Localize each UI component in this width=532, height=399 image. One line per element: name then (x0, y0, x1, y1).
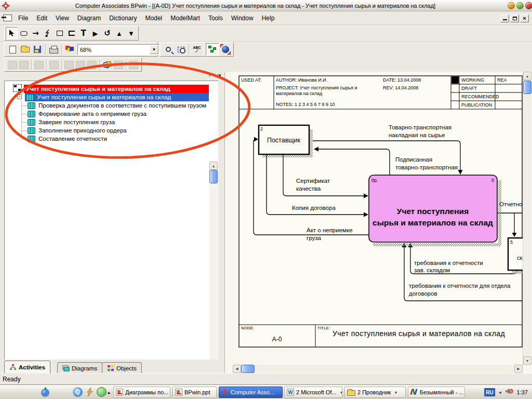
up-tool-icon[interactable]: ▲ (113, 27, 125, 39)
open-file-button[interactable] (19, 43, 31, 56)
scroll-up-icon[interactable]: ▲ (209, 162, 218, 170)
activity-box-tool-icon[interactable] (18, 27, 30, 39)
tab-objects[interactable]: Objects (102, 362, 142, 374)
zoom-dropdown-icon[interactable]: ▼ (150, 45, 158, 54)
kit-project-1: PROJECT: Учет поступления сырья и (276, 85, 357, 90)
down-tool-icon[interactable]: ▼ (125, 27, 137, 39)
activity-icon (26, 94, 34, 101)
scroll-left-icon[interactable]: ◀ (233, 365, 241, 373)
diagram-vertical-scrollbar[interactable]: ▲ ▼ (523, 72, 531, 365)
pane-close-icon[interactable]: × (218, 72, 221, 78)
overlay-green-button[interactable] (516, 2, 524, 9)
tree-item-5[interactable]: Составление отчетности (22, 135, 107, 143)
menu-help[interactable]: Help (258, 12, 279, 24)
tray-collapse-icon[interactable]: ◂ (499, 390, 501, 395)
label-podpis-2[interactable]: товарно-транспортная (395, 164, 458, 170)
scroll-down-icon[interactable]: ▼ (523, 356, 531, 365)
menu-model[interactable]: Model (141, 12, 167, 24)
tree-item-2[interactable]: Формирование акта о неприемке груза (22, 110, 147, 118)
scroll-thumb[interactable] (523, 81, 531, 94)
menu-edit[interactable]: Edit (32, 12, 51, 24)
label-sert-1[interactable]: Сертификат (296, 178, 330, 184)
box-tool-icon[interactable] (54, 27, 65, 39)
tab-diagrams[interactable]: Diagrams (57, 362, 102, 374)
label-tovarno-2[interactable]: накладная на сырье (389, 132, 445, 138)
scroll-up-icon[interactable]: ▲ (523, 72, 531, 80)
diagram-horizontal-scrollbar[interactable]: ◀ ▶ (233, 365, 523, 373)
new-file-button[interactable] (6, 43, 19, 56)
label-sert-2[interactable]: качества (296, 185, 321, 192)
print-button[interactable] (47, 43, 60, 56)
group-dropdown-icon[interactable]: ▼ (394, 391, 397, 394)
menu-diagram[interactable]: Diagram (73, 12, 105, 24)
label-otchet[interactable]: Отчетность (499, 201, 523, 207)
label-treb-dog-1[interactable]: требования к отчетности для отдела (409, 283, 511, 289)
label-tovarno-1[interactable]: Товарно-транспортная (389, 124, 451, 130)
apple-start-icon[interactable] (39, 387, 51, 398)
go-parent-tool-icon[interactable]: ↺ (101, 27, 113, 39)
minimize-button[interactable] (500, 15, 509, 22)
tree-expander-icon[interactable]: − (17, 95, 22, 99)
footer-node-label: NODE: (241, 326, 254, 330)
tree-scrollbar[interactable]: ▲ ▼ (209, 162, 218, 360)
messenger-icon[interactable] (97, 387, 107, 397)
label-treb-dog-2[interactable]: договоров (409, 290, 437, 297)
restore-button[interactable] (510, 15, 519, 22)
label-akt-2[interactable]: груза (307, 235, 321, 241)
child-window-icon[interactable] (3, 15, 12, 21)
task-button-paint[interactable]: Безымянный - ... (408, 387, 465, 398)
scroll-right-icon[interactable]: ▶ (514, 365, 523, 373)
tree-item-4[interactable]: Заполнение приходного ордера (22, 126, 127, 135)
sync-model-icon[interactable] (102, 61, 112, 69)
group-dropdown-icon[interactable]: ▼ (340, 391, 342, 394)
menu-window[interactable]: Window (227, 12, 258, 24)
label-podpis-1[interactable]: Подписанная (395, 156, 432, 163)
tree-selected-item[interactable]: Учет поступления сырья и материалов на с… (25, 93, 209, 101)
task-button-bpwin-ppt[interactable]: BPwin.ppt (172, 387, 217, 398)
model-explorer-toggle-button[interactable] (206, 43, 219, 56)
menu-dictionary[interactable]: Dictionary (105, 12, 141, 24)
squiggle-tool-icon[interactable] (42, 27, 54, 39)
external-reference-tool-icon[interactable] (65, 27, 77, 39)
scroll-thumb[interactable] (241, 365, 255, 373)
go-child-tool-icon[interactable]: ▶ (89, 27, 101, 39)
zoom-area-button[interactable] (175, 43, 187, 56)
label-kopiya[interactable]: Копия договора (292, 205, 336, 211)
lightning-quicklaunch-icon[interactable] (85, 387, 95, 397)
color-settings-button[interactable] (63, 43, 76, 56)
task-button-diagrams-ppt[interactable]: Диаграммы по... (113, 387, 170, 398)
quicklaunch-expand-icon[interactable]: ▸ (108, 390, 111, 395)
menu-file[interactable]: File (14, 12, 32, 24)
status-bar: Ready (0, 373, 532, 384)
task-button-word-group[interactable]: W 2 Microsoft Of... ▼ (284, 387, 342, 398)
zoom-in-button[interactable] (162, 43, 175, 56)
label-treb-zav-2[interactable]: зав. складом (414, 267, 450, 273)
pane-dropdown-icon[interactable]: ▼ (208, 73, 212, 78)
tree-root-item[interactable]: Учет поступления сырья и материалов на с… (24, 85, 209, 93)
tree-item-1[interactable]: Проверка документов в соответствие с пос… (22, 101, 206, 110)
menu-tools[interactable]: Tools (204, 12, 227, 24)
close-button[interactable]: × (520, 15, 529, 22)
arrow-tool-icon[interactable]: → (30, 27, 42, 39)
menu-view[interactable]: View (51, 12, 73, 24)
spell-check-button[interactable]: ABC✓ (191, 43, 203, 56)
quicktime-icon[interactable]: Q (73, 387, 83, 397)
tree-item-3[interactable]: Заверие поступления груза (22, 118, 115, 126)
tree-item-label: Проверка документов в соответствие с пос… (38, 102, 206, 109)
save-button[interactable] (31, 43, 44, 56)
text-tool-icon[interactable]: T (77, 27, 89, 39)
menu-modelmart[interactable]: ModelMart (166, 12, 204, 24)
scroll-thumb[interactable] (209, 170, 218, 183)
pointer-tool-icon[interactable] (6, 27, 18, 39)
modelmart-globe-button[interactable] (219, 43, 232, 56)
tab-activities[interactable]: Activities (4, 361, 50, 374)
task-button-explorer-group[interactable]: 2 Проводник ▼ (344, 387, 406, 398)
task-button-bpwin-active[interactable]: Computer Asso... (219, 387, 283, 398)
overlay-red-button[interactable] (525, 2, 532, 9)
label-treb-zav-1[interactable]: требования к отчетности (414, 260, 483, 266)
overlay-orange-button[interactable] (508, 2, 515, 9)
volume-muted-icon[interactable] (505, 388, 513, 397)
language-indicator[interactable]: RU (484, 388, 495, 396)
zoom-combobox[interactable]: 68% ▼ (77, 44, 159, 55)
label-akt-1[interactable]: Акт о неприемке (307, 227, 353, 233)
